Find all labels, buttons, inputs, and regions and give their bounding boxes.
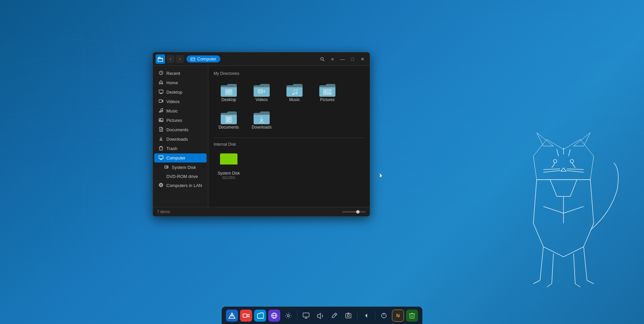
taskbar-volume[interactable] — [314, 310, 326, 322]
svg-line-82 — [335, 314, 336, 315]
downloads-icon — [158, 136, 164, 142]
maximize-button[interactable]: □ — [348, 55, 357, 63]
close-button[interactable]: ✕ — [358, 55, 367, 63]
svg-line-14 — [540, 247, 543, 280]
file-manager-window: ‹ › Computer ≡ — □ ✕ — [153, 52, 370, 217]
my-directories-title: My Directories — [214, 71, 364, 76]
svg-line-17 — [547, 284, 552, 287]
svg-rect-34 — [192, 59, 193, 60]
sidebar-item-dvdrom[interactable]: DVD-ROM drive — [154, 172, 207, 181]
taskbar-video-call[interactable] — [240, 310, 252, 322]
svg-point-64 — [295, 92, 297, 94]
back-button[interactable]: ‹ — [166, 55, 174, 63]
window-title-chip: Computer — [186, 55, 220, 62]
sidebar-item-system-disk[interactable]: System Disk — [154, 163, 207, 172]
sidebar-item-home[interactable]: Home — [154, 78, 207, 87]
svg-rect-65 — [323, 89, 331, 95]
taskbar-settings[interactable] — [282, 310, 294, 322]
svg-line-20 — [584, 247, 587, 280]
svg-rect-32 — [191, 58, 195, 61]
svg-point-35 — [321, 57, 323, 60]
svg-line-12 — [567, 171, 584, 172]
sidebar-item-trash[interactable]: Trash — [154, 144, 207, 153]
svg-line-15 — [533, 280, 540, 284]
status-bar: 7 items — [153, 207, 370, 216]
folder-documents[interactable]: Documents — [214, 107, 244, 132]
svg-line-22 — [550, 180, 557, 196]
svg-marker-3 — [574, 133, 590, 146]
folder-pictures[interactable]: Pictures — [312, 80, 342, 105]
directory-grid: Desktop Videos — [214, 80, 364, 132]
sidebar: Recent Home Desktop — [153, 66, 208, 207]
folder-videos[interactable]: Videos — [247, 80, 277, 105]
svg-line-27 — [564, 206, 584, 213]
lan-icon — [158, 183, 164, 188]
taskbar-separator-2 — [357, 311, 358, 320]
taskbar-separator-1 — [297, 311, 298, 320]
sidebar-item-computers-lan[interactable]: Computers in LAN — [154, 181, 207, 190]
items-count: 7 items — [157, 210, 342, 214]
title-bar-right: ≡ — □ ✕ — [318, 55, 367, 63]
taskbar-power[interactable] — [378, 310, 390, 322]
app-icon — [156, 54, 165, 64]
svg-marker-8 — [561, 168, 566, 171]
taskbar-screenshot[interactable] — [342, 310, 355, 322]
sidebar-item-videos[interactable]: Videos — [154, 97, 207, 106]
system-disk-item[interactable]: System Disk 6G/29G — [214, 151, 244, 182]
taskbar-files[interactable] — [254, 310, 266, 322]
taskbar-display[interactable] — [300, 310, 312, 322]
sidebar-item-pictures[interactable]: Pictures — [154, 116, 207, 125]
svg-rect-38 — [159, 90, 163, 93]
svg-point-6 — [553, 159, 557, 163]
svg-marker-2 — [537, 133, 553, 146]
documents-icon — [158, 127, 164, 133]
svg-rect-62 — [258, 89, 263, 93]
taskbar-trash[interactable] — [406, 310, 418, 322]
sidebar-item-documents[interactable]: Documents — [154, 125, 207, 134]
sidebar-item-desktop[interactable]: Desktop — [154, 88, 207, 97]
folder-desktop[interactable]: Desktop — [214, 80, 244, 105]
folder-music[interactable]: Music — [279, 80, 310, 105]
pictures-icon — [158, 118, 164, 123]
cat-illustration — [500, 129, 627, 297]
svg-rect-41 — [159, 100, 162, 102]
svg-point-84 — [347, 315, 350, 317]
svg-point-78 — [287, 315, 289, 317]
internal-disk-title: Internal Disk — [214, 142, 364, 147]
taskbar-app-manager[interactable] — [226, 310, 238, 322]
svg-line-28 — [557, 149, 558, 156]
forward-button[interactable]: › — [176, 55, 184, 63]
svg-marker-1 — [533, 139, 594, 180]
minimize-button[interactable]: — — [338, 55, 347, 63]
system-disk-drive-icon — [220, 153, 237, 168]
menu-button[interactable]: ≡ — [328, 55, 337, 63]
videos-icon — [158, 99, 164, 104]
sidebar-item-recent[interactable]: Recent — [154, 69, 207, 78]
taskbar-ngpu[interactable]: N — [392, 310, 404, 322]
svg-line-36 — [323, 60, 325, 61]
svg-point-7 — [570, 159, 574, 163]
svg-line-10 — [543, 171, 560, 172]
taskbar-pen[interactable] — [328, 310, 340, 322]
computer-icon — [158, 155, 164, 161]
folder-downloads[interactable]: Downloads — [247, 107, 277, 132]
sidebar-item-music[interactable]: Music — [154, 106, 207, 115]
search-button[interactable] — [318, 55, 327, 63]
svg-line-18 — [574, 253, 575, 284]
sidebar-item-downloads[interactable]: Downloads — [154, 135, 207, 144]
trash-icon — [158, 146, 164, 151]
svg-rect-79 — [303, 313, 309, 317]
svg-line-23 — [570, 180, 577, 196]
title-bar: ‹ › Computer ≡ — □ ✕ — [153, 52, 370, 66]
svg-line-29 — [569, 149, 570, 156]
svg-line-4 — [552, 163, 555, 168]
zoom-slider[interactable] — [342, 211, 366, 213]
section-divider — [214, 138, 364, 138]
taskbar-nav-prev[interactable] — [360, 310, 372, 322]
taskbar-browser[interactable] — [268, 310, 280, 322]
svg-point-74 — [231, 315, 233, 317]
sidebar-item-computer[interactable]: Computer — [154, 153, 207, 163]
system-disk-icon — [164, 165, 169, 170]
svg-rect-83 — [346, 314, 351, 318]
zoom-thumb[interactable] — [356, 210, 360, 214]
